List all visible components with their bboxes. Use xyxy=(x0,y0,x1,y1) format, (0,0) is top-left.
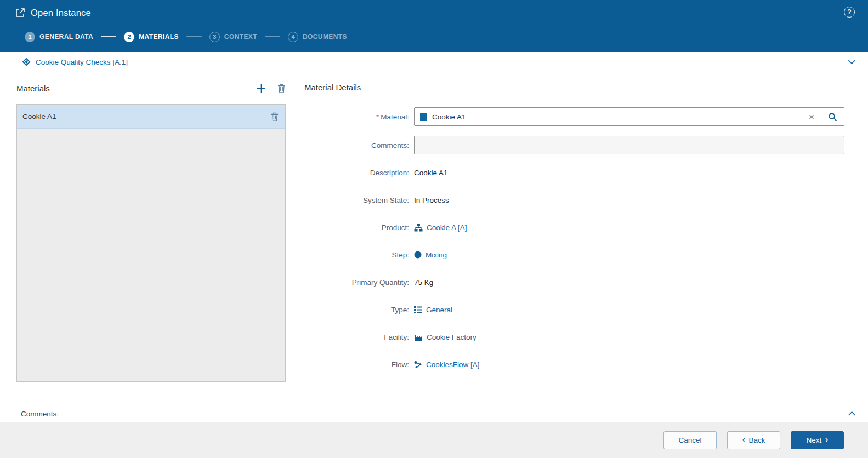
type-icon xyxy=(414,306,422,313)
material-field-row: *Material: Cookie A1 × xyxy=(304,107,844,126)
comments-label: Comments: xyxy=(304,141,414,150)
next-button-label: Next xyxy=(807,436,822,444)
step-number: 4 xyxy=(288,32,298,42)
step-icon xyxy=(414,251,422,259)
materials-panel-header: Materials xyxy=(16,80,286,96)
flow-icon xyxy=(414,360,422,369)
description-row: Description: Cookie A1 xyxy=(304,159,844,186)
system-state-row: System State: In Process xyxy=(304,186,844,214)
product-icon xyxy=(414,224,423,232)
step-label: GENERAL DATA xyxy=(39,33,93,41)
type-value: General xyxy=(426,306,452,314)
details-panel-title: Material Details xyxy=(304,83,361,92)
step-row: Step: Mixing xyxy=(304,241,844,268)
back-button[interactable]: ‹ Back xyxy=(727,431,780,449)
material-input[interactable]: Cookie A1 × xyxy=(414,107,844,126)
system-state-label: System State: xyxy=(304,196,414,204)
comments-section-bar: Comments: xyxy=(0,405,868,422)
wizard-stepper: 1 GENERAL DATA 2 MATERIALS 3 CONTEXT 4 D… xyxy=(25,31,347,43)
step-label: DOCUMENTS xyxy=(303,33,347,41)
comments-field-row: Comments: xyxy=(304,136,844,154)
flow-label: Flow: xyxy=(304,360,414,369)
material-details-form: *Material: Cookie A1 × Comments: De xyxy=(304,98,844,378)
open-instance-icon xyxy=(15,8,25,18)
chevron-down-icon[interactable] xyxy=(848,60,856,65)
step-label: MATERIALS xyxy=(139,33,179,41)
step-label: Step: xyxy=(304,251,414,259)
primary-quantity-value: 75 Kg xyxy=(414,278,433,287)
material-square-icon xyxy=(420,113,427,121)
material-value: Cookie A1 xyxy=(432,113,466,121)
material-label: *Material: xyxy=(304,113,414,121)
titlebar: Open Instance ? xyxy=(0,0,868,25)
facility-link[interactable]: Cookie Factory xyxy=(414,333,476,341)
facility-row: Facility: Cookie Factory xyxy=(304,323,844,351)
stepper-connector xyxy=(186,36,202,37)
type-label: Type: xyxy=(304,306,414,314)
stepper-step-documents[interactable]: 4 DOCUMENTS xyxy=(288,32,347,42)
step-link[interactable]: Mixing xyxy=(414,251,447,259)
step-number: 3 xyxy=(209,32,220,42)
row-trash-icon[interactable] xyxy=(271,112,279,121)
product-value: Cookie A [A] xyxy=(427,224,467,232)
cancel-button-label: Cancel xyxy=(678,436,701,444)
product-link[interactable]: Cookie A [A] xyxy=(414,224,467,232)
materials-toolbar xyxy=(256,83,286,94)
facility-icon xyxy=(414,333,423,341)
system-state-value: In Process xyxy=(414,196,449,204)
facility-label: Facility: xyxy=(304,333,414,341)
list-item[interactable]: Cookie A1 xyxy=(17,105,285,129)
dialog-header: Open Instance ? 1 GENERAL DATA 2 MATERIA… xyxy=(0,0,868,52)
product-row: Product: Cookie A [A] xyxy=(304,214,844,241)
stepper-step-context[interactable]: 3 CONTEXT xyxy=(209,32,257,42)
flow-value: CookiesFlow [A] xyxy=(426,360,480,369)
open-instance-dialog: Open Instance ? 1 GENERAL DATA 2 MATERIA… xyxy=(0,0,868,458)
instance-diamond-icon xyxy=(22,58,31,66)
primary-quantity-row: Primary Quantity: 75 Kg xyxy=(304,268,844,296)
step-number: 2 xyxy=(124,32,134,42)
step-value: Mixing xyxy=(426,251,447,259)
next-button[interactable]: Next › xyxy=(791,431,844,449)
delete-material-button[interactable] xyxy=(277,84,286,93)
back-button-label: Back xyxy=(748,436,765,444)
breadcrumb-link[interactable]: Cookie Quality Checks [A.1] xyxy=(36,58,128,66)
product-label: Product: xyxy=(304,224,414,232)
cancel-button[interactable]: Cancel xyxy=(663,431,717,449)
close-icon[interactable]: × xyxy=(808,112,815,122)
step-label: CONTEXT xyxy=(224,33,257,41)
stepper-step-materials[interactable]: 2 MATERIALS xyxy=(124,32,179,42)
flow-link[interactable]: CookiesFlow [A] xyxy=(414,360,480,369)
dialog-footer: Cancel ‹ Back Next › xyxy=(0,422,868,458)
facility-value: Cookie Factory xyxy=(427,333,476,341)
primary-quantity-label: Primary Quantity: xyxy=(304,278,414,287)
search-icon[interactable] xyxy=(828,112,837,122)
stepper-connector xyxy=(101,36,116,37)
chevron-up-icon[interactable] xyxy=(848,411,856,416)
description-value: Cookie A1 xyxy=(414,169,448,177)
list-item-label: Cookie A1 xyxy=(22,112,56,121)
description-label: Description: xyxy=(304,169,414,177)
page-title: Open Instance xyxy=(31,8,91,18)
stepper-connector xyxy=(265,36,280,37)
type-row: Type: General xyxy=(304,296,844,323)
stepper-step-general-data[interactable]: 1 GENERAL DATA xyxy=(25,32,93,42)
comments-input[interactable] xyxy=(414,136,844,154)
flow-row: Flow: CookiesFlow [A] xyxy=(304,351,844,378)
type-link[interactable]: General xyxy=(414,306,452,314)
comments-section-label: Comments: xyxy=(21,410,59,418)
help-icon[interactable]: ? xyxy=(844,7,855,18)
materials-list: Cookie A1 xyxy=(16,104,286,382)
add-material-button[interactable] xyxy=(256,83,266,94)
materials-panel-title: Materials xyxy=(16,84,50,93)
context-bar: Cookie Quality Checks [A.1] xyxy=(0,52,868,72)
step-number: 1 xyxy=(25,32,35,42)
required-marker: * xyxy=(376,113,379,121)
